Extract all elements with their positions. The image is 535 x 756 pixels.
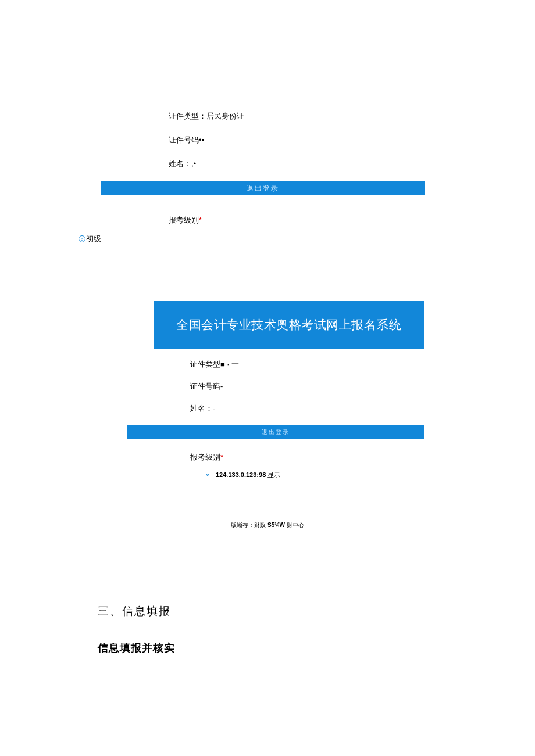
id-number-label-2: 证件号码- <box>190 382 223 390</box>
section-heading-3-text: 三、信息填报 <box>98 605 171 617</box>
ip-address: 124.133.0.123:98 <box>216 471 268 478</box>
footer-copyright: 版蜥存：财政 S5¼W 财中心 <box>0 521 535 529</box>
exam-level-option-1[interactable]: 6初级 <box>0 234 535 244</box>
exam-level-label-2: 报考级别* <box>190 453 223 461</box>
id-number-label: 证件号码•▪ <box>169 135 204 144</box>
footer-bold: S5¼W <box>268 522 285 528</box>
logout-button-2[interactable]: 退出登录 <box>127 425 424 439</box>
required-marker: * <box>199 216 202 224</box>
id-type-label: 证件类型： <box>169 112 206 120</box>
exam-level-label-text-2: 报考级别 <box>190 453 220 461</box>
logout-label: 退出登录 <box>247 184 279 192</box>
exam-level-block-2: 报考级别* <box>0 452 535 463</box>
name-row-2: 姓名：- <box>190 403 535 414</box>
id-type-label-2: 证件类型■ · 一 <box>190 360 239 368</box>
ip-display-row: 124.133.0.123:98 显示 <box>0 471 535 479</box>
section-heading-3: 三、信息填报 <box>0 604 535 619</box>
logout-label-2: 退出登录 <box>262 429 290 435</box>
footer-label: 版蜥存：财政 <box>231 522 268 528</box>
exam-level-label-text: 报考级别 <box>169 216 199 224</box>
radio-icon-small <box>206 474 209 476</box>
name-row: 姓名：,• <box>169 158 535 170</box>
logout-button-1[interactable]: 退出登录 <box>101 181 425 195</box>
name-label-2: 姓名： <box>190 404 213 413</box>
id-type-row: 证件类型：居民身份证 <box>169 110 535 123</box>
id-type-row-2: 证件类型■ · 一 <box>190 359 535 370</box>
required-marker-2: * <box>220 453 223 461</box>
exam-level-label: 报考级别* <box>169 216 202 224</box>
section-subheading: 信息填报并核实 <box>0 641 535 655</box>
name-value: ,• <box>191 159 196 168</box>
banner-text: 全国会计专业技术奥格考试网上报名系统 <box>176 318 401 331</box>
exam-level-block-1: 报考级别* <box>0 215 535 225</box>
id-number-row-2: 证件号码- <box>190 381 535 392</box>
user-info-block-1: 证件类型：居民身份证 证件号码•▪ 姓名：,• <box>0 110 535 170</box>
footer-tail: 财中心 <box>285 522 304 528</box>
ip-display-text: 显示 <box>268 471 280 478</box>
id-type-value: 居民身份证 <box>206 112 244 120</box>
name-label: 姓名： <box>169 159 191 168</box>
radio-icon: 6 <box>79 235 85 242</box>
system-banner: 全国会计专业技术奥格考试网上报名系统 <box>154 301 424 349</box>
name-value-2: - <box>213 404 215 413</box>
level-value-text: 初级 <box>86 234 101 243</box>
section-subheading-text: 信息填报并核实 <box>98 642 175 654</box>
user-info-block-2: 证件类型■ · 一 证件号码- 姓名：- <box>0 359 535 414</box>
id-number-row: 证件号码•▪ <box>169 134 535 146</box>
